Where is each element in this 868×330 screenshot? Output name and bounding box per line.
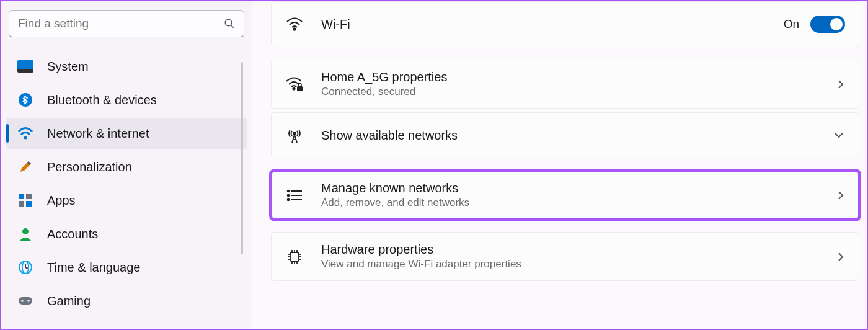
sidebar-item-label: Apps <box>47 194 76 208</box>
antenna-icon <box>285 127 304 143</box>
manage-known-sub: Add, remove, and edit networks <box>321 197 819 209</box>
show-available-title: Show available networks <box>321 128 815 143</box>
search-box[interactable] <box>9 10 244 37</box>
sidebar: System Bluetooth & devices Network & int… <box>1 1 252 329</box>
svg-point-22 <box>288 194 290 196</box>
manage-known-networks-row[interactable]: Manage known networks Add, remove, and e… <box>271 171 859 220</box>
chevron-right-icon <box>836 189 845 202</box>
gaming-icon <box>17 293 33 309</box>
sidebar-item-label: Personalization <box>47 160 132 174</box>
apps-icon <box>17 192 33 208</box>
sidebar-item-personalization[interactable]: Personalization <box>6 151 247 182</box>
hardware-sub: View and manage Wi-Fi adapter properties <box>321 258 819 270</box>
chevron-right-icon <box>836 78 845 91</box>
sidebar-item-label: Accounts <box>47 227 98 241</box>
wifi-secured-icon <box>285 77 304 92</box>
sidebar-item-time-language[interactable]: Time & language <box>6 252 247 283</box>
accounts-icon <box>17 226 33 242</box>
wifi-row[interactable]: Wi-Fi On <box>271 1 859 47</box>
sidebar-item-bluetooth[interactable]: Bluetooth & devices <box>6 84 247 115</box>
svg-point-16 <box>293 28 296 30</box>
sidebar-item-label: Gaming <box>47 294 91 308</box>
svg-point-19 <box>293 132 296 135</box>
svg-rect-13 <box>19 297 32 305</box>
bluetooth-icon <box>17 92 33 108</box>
show-available-networks-row[interactable]: Show available networks <box>271 112 859 158</box>
sidebar-item-accounts[interactable]: Accounts <box>6 218 247 249</box>
svg-rect-6 <box>19 194 24 199</box>
sidebar-item-network[interactable]: Network & internet <box>6 118 247 149</box>
network-properties-sub: Connected, secured <box>321 86 819 98</box>
sidebar-item-label: System <box>47 60 89 74</box>
personalization-icon <box>17 159 33 175</box>
system-icon <box>17 58 33 74</box>
svg-point-0 <box>225 19 232 26</box>
svg-rect-8 <box>19 201 24 207</box>
svg-point-20 <box>288 190 290 192</box>
sidebar-item-gaming[interactable]: Gaming <box>6 285 247 316</box>
svg-point-15 <box>27 300 30 302</box>
nav-list: System Bluetooth & devices Network & int… <box>6 51 247 316</box>
wifi-toggle[interactable] <box>810 16 845 33</box>
search-icon <box>224 18 235 29</box>
hardware-title: Hardware properties <box>321 243 819 257</box>
hardware-properties-row[interactable]: Hardware properties View and manage Wi-F… <box>271 232 859 281</box>
svg-point-24 <box>288 198 290 200</box>
network-icon <box>17 125 33 141</box>
svg-rect-26 <box>290 252 299 261</box>
svg-rect-18 <box>297 86 303 91</box>
svg-rect-3 <box>17 69 33 73</box>
sidebar-item-label: Time & language <box>47 261 140 275</box>
sidebar-item-apps[interactable]: Apps <box>6 185 247 216</box>
chevron-down-icon <box>833 131 845 140</box>
sidebar-item-label: Network & internet <box>47 127 149 141</box>
wifi-title: Wi-Fi <box>321 17 766 32</box>
manage-known-title: Manage known networks <box>321 181 819 195</box>
svg-rect-7 <box>26 194 32 199</box>
chip-icon <box>285 248 304 265</box>
sidebar-item-label: Bluetooth & devices <box>47 93 157 107</box>
svg-rect-9 <box>26 201 32 207</box>
svg-point-5 <box>24 136 27 140</box>
wifi-icon <box>285 17 304 31</box>
list-icon <box>285 189 304 202</box>
network-properties-row[interactable]: Home A_5G properties Connected, secured <box>271 60 859 109</box>
main-content: Wi-Fi On Home A_5G properties Connected,… <box>252 1 867 329</box>
search-input[interactable] <box>18 17 224 30</box>
sidebar-scrollbar[interactable] <box>241 62 243 254</box>
chevron-right-icon <box>836 251 845 263</box>
network-properties-title: Home A_5G properties <box>321 70 819 84</box>
svg-point-10 <box>22 228 29 234</box>
sidebar-item-system[interactable]: System <box>6 51 247 82</box>
svg-line-1 <box>231 25 234 28</box>
svg-point-17 <box>293 87 294 89</box>
wifi-toggle-label: On <box>784 17 799 31</box>
time-language-icon <box>17 259 33 275</box>
svg-point-14 <box>21 300 24 302</box>
